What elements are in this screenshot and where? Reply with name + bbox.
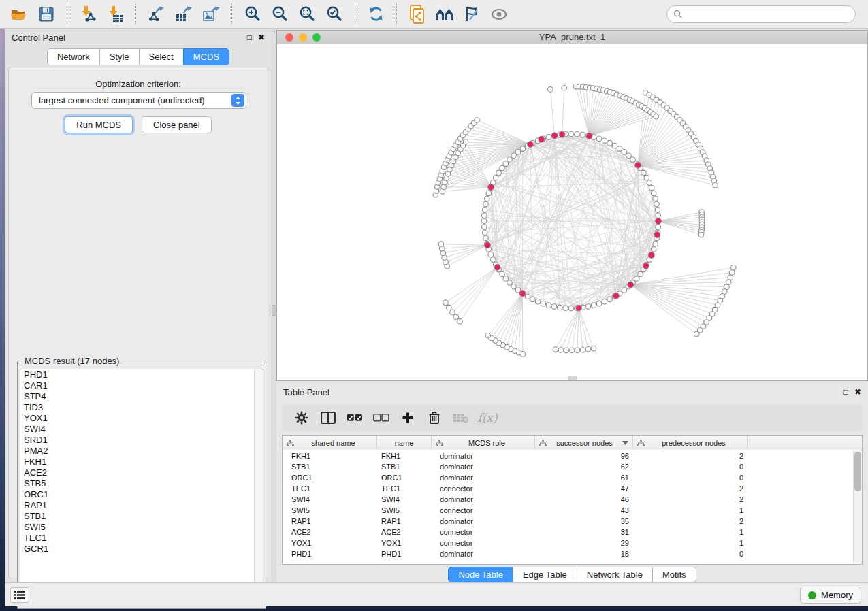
table-row[interactable]: FKH1FKH1dominator962 — [283, 450, 862, 461]
search-field[interactable] — [666, 5, 856, 23]
table-cell[interactable]: FKH1 — [283, 452, 377, 460]
delete-table-button[interactable] — [451, 408, 471, 428]
mcds-result-item[interactable]: SRD1 — [20, 435, 263, 446]
mcds-result-item[interactable]: YOX1 — [20, 413, 263, 424]
tab-motifs[interactable]: Motifs — [652, 567, 696, 582]
table-cell[interactable]: SWI4 — [377, 495, 432, 503]
mcds-result-item[interactable]: STB1 — [20, 511, 263, 522]
mcds-result-item[interactable]: FKH1 — [20, 457, 263, 467]
table-scrollbar[interactable] — [853, 450, 862, 565]
table-cell[interactable]: ORC1 — [283, 474, 377, 482]
refresh-layout-button[interactable] — [364, 3, 387, 26]
table-cell[interactable]: TEC1 — [283, 484, 377, 493]
tab-select[interactable]: Select — [139, 48, 184, 65]
mcds-result-item[interactable]: SWI4 — [20, 424, 263, 435]
table-cell[interactable]: SWI5 — [377, 506, 432, 514]
zoom-selected-button[interactable] — [323, 3, 346, 26]
table-cell[interactable]: 1 — [633, 539, 748, 547]
export-image-button[interactable] — [199, 3, 223, 26]
show-all-button[interactable] — [487, 3, 511, 26]
float-panel-icon[interactable]: □ — [843, 388, 848, 396]
table-cell[interactable]: 2 — [633, 452, 748, 460]
table-cell[interactable]: 61 — [535, 474, 633, 482]
table-row[interactable]: SWI4SWI4dominator462 — [283, 494, 862, 505]
table-cell[interactable]: connector — [432, 484, 535, 493]
search-input[interactable] — [686, 10, 849, 19]
table-cell[interactable]: PHD1 — [377, 550, 432, 558]
close-panel-button[interactable]: Close panel — [142, 116, 212, 133]
table-cell[interactable]: 35 — [535, 517, 633, 525]
table-cell[interactable]: 18 — [535, 550, 633, 558]
table-cell[interactable]: ACE2 — [283, 528, 377, 536]
splitter-grip[interactable] — [272, 305, 276, 316]
memory-button[interactable]: Memory — [800, 587, 861, 604]
float-panel-icon[interactable]: □ — [247, 33, 252, 42]
canvas-splitter-handle[interactable] — [568, 376, 577, 380]
column-header-mcds-role[interactable]: MCDS role — [432, 436, 535, 450]
table-row[interactable]: PHD1PHD1dominator180 — [283, 548, 862, 559]
table-cell[interactable]: dominator — [432, 474, 535, 482]
table-cell[interactable]: connector — [432, 528, 535, 536]
table-cell[interactable]: 47 — [535, 484, 633, 493]
table-row[interactable]: SWI5SWI5connector431 — [283, 505, 862, 516]
mcds-result-item[interactable]: CAR1 — [20, 380, 263, 391]
share-document-button[interactable] — [406, 3, 429, 26]
table-cell[interactable]: 1 — [633, 528, 748, 536]
close-panel-icon[interactable]: ✖ — [258, 33, 265, 42]
close-panel-icon[interactable]: ✖ — [854, 388, 861, 396]
table-cell[interactable]: STB1 — [283, 463, 377, 471]
table-cell[interactable]: YOX1 — [283, 539, 377, 547]
tab-mcds[interactable]: MCDS — [183, 48, 229, 65]
open-session-button[interactable] — [7, 3, 31, 26]
tab-network-table[interactable]: Network Table — [577, 567, 653, 582]
table-cell[interactable]: 0 — [633, 474, 748, 482]
table-cell[interactable]: RAP1 — [283, 517, 377, 525]
mcds-result-item[interactable]: ORC1 — [20, 489, 263, 500]
select-all-columns-button[interactable] — [344, 408, 365, 428]
column-header-successor-nodes[interactable]: successor nodes — [535, 436, 633, 450]
table-cell[interactable]: SWI5 — [283, 506, 377, 514]
mcds-result-list[interactable]: PHD1CAR1STP4TID3YOX1SWI4SRD1PMA2FKH1ACE2… — [20, 369, 263, 606]
table-row[interactable]: ACE2ACE2connector311 — [283, 527, 862, 538]
table-cell[interactable]: ORC1 — [377, 474, 432, 482]
deselect-all-columns-button[interactable] — [371, 408, 391, 428]
save-session-button[interactable] — [35, 3, 58, 26]
column-header-name[interactable]: name — [377, 436, 432, 450]
table-cell[interactable]: 46 — [535, 495, 633, 503]
table-cell[interactable]: FKH1 — [377, 452, 432, 460]
mcds-result-item[interactable]: STB5 — [20, 478, 263, 489]
import-table-button[interactable] — [103, 3, 127, 26]
table-cell[interactable]: 31 — [535, 528, 633, 536]
table-cell[interactable]: 1 — [633, 506, 748, 514]
mcds-list-scrollbar[interactable] — [254, 369, 263, 606]
table-cell[interactable]: 29 — [535, 539, 633, 547]
table-cell[interactable]: STB1 — [377, 463, 432, 471]
criterion-dropdown[interactable]: largest connected component (undirected) — [31, 92, 246, 109]
mcds-result-item[interactable]: GCR1 — [20, 544, 263, 555]
zoom-out-button[interactable] — [268, 3, 291, 26]
show-column-panel-button[interactable] — [318, 408, 338, 428]
table-row[interactable]: TEC1TEC1connector472 — [283, 483, 862, 494]
table-cell[interactable]: connector — [432, 539, 535, 547]
table-cell[interactable]: TEC1 — [377, 484, 432, 493]
tab-network[interactable]: Network — [47, 48, 100, 65]
mcds-result-item[interactable]: STP4 — [20, 391, 263, 402]
column-header-predecessor-nodes[interactable]: predecessor nodes — [633, 436, 748, 450]
table-cell[interactable]: 0 — [633, 463, 748, 471]
task-history-button[interactable] — [10, 587, 29, 603]
table-row[interactable]: STB1STB1dominator620 — [283, 461, 862, 472]
network-canvas[interactable] — [277, 44, 867, 380]
delete-column-button[interactable] — [424, 408, 445, 428]
table-cell[interactable]: dominator — [432, 463, 535, 471]
table-cell[interactable]: connector — [432, 506, 535, 514]
table-cell[interactable]: RAP1 — [377, 517, 432, 525]
table-cell[interactable]: 2 — [633, 484, 748, 493]
table-row[interactable]: RAP1RAP1dominator352 — [283, 516, 862, 527]
tab-edge-table[interactable]: Edge Table — [513, 567, 577, 582]
tab-style[interactable]: Style — [99, 48, 140, 65]
import-network-button[interactable] — [76, 3, 99, 26]
export-network-button[interactable] — [145, 3, 168, 26]
network-window-titlebar[interactable]: YPA_prune.txt_1 — [277, 31, 867, 44]
table-settings-button[interactable] — [291, 408, 312, 428]
table-cell[interactable]: 0 — [633, 550, 748, 558]
